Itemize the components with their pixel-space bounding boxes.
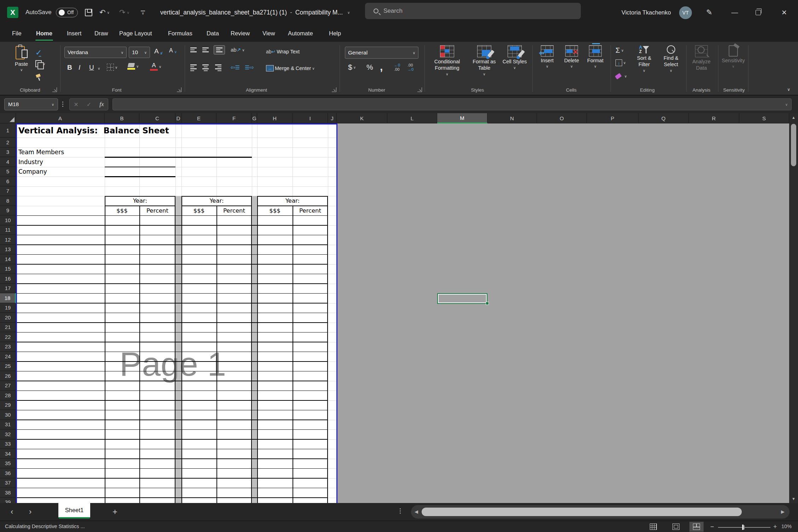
row-header-26[interactable]: 26 bbox=[0, 371, 16, 381]
row-header-39[interactable]: 39 bbox=[0, 498, 16, 503]
clipboard-dialog-launcher-icon[interactable] bbox=[52, 87, 57, 92]
format-cells-button[interactable]: Format∨ bbox=[584, 45, 606, 68]
grow-font-button[interactable]: A∨̸ bbox=[154, 47, 163, 55]
cell-styles-button[interactable]: Cell Styles∨ bbox=[502, 45, 528, 70]
column-header-N[interactable]: N bbox=[487, 113, 537, 123]
row-header-15[interactable]: 15 bbox=[0, 264, 16, 274]
tab-formulas[interactable]: Formulas bbox=[167, 25, 194, 42]
tab-home[interactable]: Home bbox=[35, 25, 54, 42]
decrease-decimal-button[interactable]: .00→0 bbox=[407, 63, 414, 71]
format-as-table-button[interactable]: Format as Table∨ bbox=[469, 45, 499, 76]
column-header-E[interactable]: E bbox=[181, 113, 216, 123]
row-header-21[interactable]: 21 bbox=[0, 323, 16, 332]
sort-filter-button[interactable]: AZ Sort & Filter∨ bbox=[632, 45, 656, 73]
row-header-9[interactable]: 9 bbox=[0, 206, 16, 216]
row-header-5[interactable]: 5 bbox=[0, 167, 16, 177]
row-header-38[interactable]: 38 bbox=[0, 488, 16, 498]
customize-quick-access-icon[interactable]: ∨ bbox=[141, 0, 145, 25]
formula-bar-expand-chevron-icon[interactable]: ∨ bbox=[785, 103, 788, 106]
undo-chevron-icon[interactable]: ∨ bbox=[107, 11, 110, 15]
format-painter-button[interactable] bbox=[35, 74, 42, 81]
normal-view-button[interactable] bbox=[646, 522, 660, 532]
zoom-out-icon[interactable]: − bbox=[710, 523, 714, 531]
document-title[interactable]: vertical_analysis_balance_sheet_ba271(1)… bbox=[160, 0, 350, 25]
accounting-format-button[interactable]: $∨ bbox=[348, 63, 356, 71]
column-header-B[interactable]: B bbox=[105, 113, 139, 123]
merge-center-button[interactable]: ↔ Merge & Center∨ bbox=[266, 65, 315, 71]
undo-button[interactable]: ↶∨ bbox=[99, 0, 110, 25]
horizontal-scrollbar[interactable]: ◀ ▶ bbox=[411, 505, 790, 519]
paste-button[interactable]: Paste∨ bbox=[15, 45, 28, 72]
tab-review[interactable]: Review bbox=[229, 25, 251, 42]
find-select-button[interactable]: Find & Select∨ bbox=[659, 45, 683, 73]
name-box[interactable]: M18∨ bbox=[4, 98, 58, 110]
column-header-Q[interactable]: Q bbox=[638, 113, 689, 123]
row-header-36[interactable]: 36 bbox=[0, 468, 16, 478]
fill-button[interactable]: ↓∨ bbox=[615, 59, 626, 66]
select-all-corner[interactable] bbox=[0, 113, 16, 123]
ink-pen-icon[interactable]: ✎ bbox=[698, 0, 720, 25]
autosum-button[interactable]: Σ∨ bbox=[615, 46, 624, 54]
row-header-19[interactable]: 19 bbox=[0, 303, 16, 313]
row-header-35[interactable]: 35 bbox=[0, 459, 16, 469]
selected-cell-M18[interactable] bbox=[437, 293, 487, 304]
copy-button[interactable]: ∨ bbox=[35, 60, 45, 67]
worksheet-grid[interactable]: Page 1Vertical Analysis: Balance SheetTe… bbox=[0, 113, 789, 503]
zoom-slider-thumb[interactable] bbox=[742, 525, 744, 530]
column-header-G[interactable]: G bbox=[252, 113, 257, 123]
column-header-S[interactable]: S bbox=[739, 113, 789, 123]
middle-align-button[interactable] bbox=[202, 47, 209, 52]
tab-insert[interactable]: Insert bbox=[65, 25, 83, 42]
vertical-scrollbar[interactable]: ▲ ▼ bbox=[789, 113, 798, 503]
column-header-C[interactable]: C bbox=[139, 113, 175, 123]
column-header-L[interactable]: L bbox=[387, 113, 437, 123]
increase-decimal-button[interactable]: ←0.00 bbox=[394, 63, 400, 71]
page-layout-view-button[interactable] bbox=[669, 522, 683, 532]
tab-page-layout[interactable]: Page Layout bbox=[118, 25, 154, 42]
insert-function-icon[interactable]: fx bbox=[99, 101, 104, 108]
row-header-8[interactable]: 8 bbox=[0, 196, 16, 206]
number-dialog-launcher-icon[interactable] bbox=[417, 87, 422, 92]
tab-view[interactable]: View bbox=[261, 25, 276, 42]
row-header-22[interactable]: 22 bbox=[0, 332, 16, 342]
shrink-font-button[interactable]: A∨ bbox=[169, 47, 177, 54]
borders-button[interactable]: ∨ bbox=[107, 64, 117, 71]
cut-button[interactable]: ✓̯ bbox=[35, 48, 42, 57]
delete-cells-button[interactable]: ✕ Delete∨ bbox=[561, 45, 582, 68]
row-header-33[interactable]: 33 bbox=[0, 439, 16, 449]
horizontal-scroll-thumb[interactable] bbox=[422, 508, 742, 516]
align-left-button[interactable] bbox=[190, 64, 197, 71]
zoom-in-icon[interactable]: + bbox=[773, 523, 777, 531]
zoom-percentage[interactable]: 10% bbox=[781, 524, 792, 529]
row-header-10[interactable]: 10 bbox=[0, 215, 16, 225]
row-header-24[interactable]: 24 bbox=[0, 352, 16, 362]
scroll-up-icon[interactable]: ▲ bbox=[789, 115, 798, 120]
tab-help[interactable]: Help bbox=[328, 25, 342, 42]
percent-style-button[interactable]: % bbox=[366, 63, 373, 71]
column-header-I[interactable]: I bbox=[293, 113, 328, 123]
tabbar-grip-icon[interactable] bbox=[400, 508, 401, 514]
row-header-2[interactable]: 2 bbox=[0, 138, 16, 148]
font-dialog-launcher-icon[interactable] bbox=[177, 87, 181, 92]
sheet-tab-sheet1[interactable]: Sheet1 bbox=[58, 503, 90, 519]
cancel-icon[interactable]: ✕ bbox=[74, 101, 78, 108]
close-button[interactable]: ✕ bbox=[773, 0, 795, 25]
row-header-17[interactable]: 17 bbox=[0, 284, 16, 294]
row-header-34[interactable]: 34 bbox=[0, 449, 16, 459]
vertical-scroll-thumb[interactable] bbox=[791, 124, 796, 166]
conditional-formatting-button[interactable]: Conditional Formatting∨ bbox=[429, 45, 466, 76]
decrease-indent-button[interactable]: ⇦☰ bbox=[231, 64, 240, 71]
redo-button[interactable]: ↷∨ bbox=[119, 0, 129, 25]
tab-draw[interactable]: Draw bbox=[93, 25, 110, 42]
bottom-align-button-active[interactable] bbox=[214, 45, 225, 54]
page-break-preview-button[interactable] bbox=[689, 522, 704, 532]
font-size-combo[interactable]: 10∨ bbox=[129, 47, 150, 58]
column-header-D[interactable]: D bbox=[175, 113, 181, 123]
italic-button[interactable]: I bbox=[79, 64, 80, 71]
tab-data[interactable]: Data bbox=[205, 25, 220, 42]
row-header-32[interactable]: 32 bbox=[0, 429, 16, 439]
column-header-R[interactable]: R bbox=[689, 113, 739, 123]
collapse-ribbon-chevron-icon[interactable]: ∨ bbox=[787, 87, 790, 92]
column-header-K[interactable]: K bbox=[337, 113, 387, 123]
wrap-text-button[interactable]: ab↵ Wrap Text bbox=[266, 49, 300, 54]
